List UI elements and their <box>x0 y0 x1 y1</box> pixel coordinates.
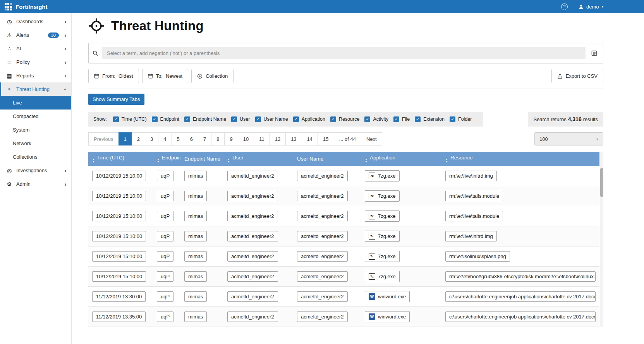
sidebar-item-alerts[interactable]: ⚠Alerts30› <box>0 28 71 42</box>
cell-endpoint-name[interactable]: mimas <box>184 231 207 241</box>
to-filter-button[interactable]: To: Newest <box>142 69 189 83</box>
sidebar-item-policy[interactable]: ≣Policy› <box>0 55 71 69</box>
pagination-page-14[interactable]: 14 <box>302 132 318 145</box>
cell-resource[interactable]: rm:\e:\live\tails.module <box>445 191 503 201</box>
sidebar-item-ai[interactable]: ∴AI› <box>0 42 71 55</box>
cell-user[interactable]: acmeltd_engineer2 <box>227 271 278 282</box>
filter-checkbox-folder[interactable]: ✓Folder <box>450 116 472 122</box>
collection-button[interactable]: Collection <box>191 69 234 83</box>
user-menu[interactable]: demo ▾ <box>579 4 603 10</box>
filter-checkbox-user-name[interactable]: ✓User Name <box>255 116 288 122</box>
cell-user-name[interactable]: acmeltd_engineer2 <box>297 171 348 181</box>
pagination-next[interactable]: Next <box>361 132 382 145</box>
cell-time[interactable]: 10/12/2019 15:10:00 <box>92 191 146 201</box>
cell-resource[interactable]: c:\users\charlotte.engineer\job applicat… <box>445 291 596 302</box>
cell-application[interactable]: 7z7zg.exe <box>365 271 400 282</box>
cell-time[interactable]: 11/12/2019 13:35:00 <box>92 311 146 322</box>
filter-checkbox-resource[interactable]: ✓Resource <box>330 116 360 122</box>
pagination-page-10[interactable]: 10 <box>238 132 254 145</box>
cell-user[interactable]: acmeltd_engineer2 <box>227 191 278 201</box>
cell-time[interactable]: 10/12/2019 15:10:00 <box>92 251 146 262</box>
cell-application[interactable]: 7z7zg.exe <box>365 190 400 202</box>
filter-checkbox-endpoint-name[interactable]: ✓Endpoint Name <box>184 116 226 122</box>
cell-application[interactable]: 7z7zg.exe <box>365 170 400 181</box>
column-header-application[interactable]: ▲▼Application <box>361 152 441 166</box>
cell-endpoint-name[interactable]: mimas <box>184 271 207 282</box>
cell-endpoint[interactable]: uqP <box>157 211 173 221</box>
cell-user-name[interactable]: acmeltd_engineer2 <box>297 191 348 201</box>
column-header-resource[interactable]: ▲▼Resource <box>441 152 599 166</box>
cell-user-name[interactable]: acmeltd_engineer2 <box>297 291 348 302</box>
cell-resource[interactable]: c:\users\charlotte.engineer\job applicat… <box>445 311 596 322</box>
saved-search-icon[interactable] <box>591 50 597 56</box>
filter-checkbox-application[interactable]: ✓Application <box>293 116 325 122</box>
cell-endpoint-name[interactable]: mimas <box>184 291 207 302</box>
from-filter-button[interactable]: From: Oldest <box>88 69 139 83</box>
cell-user[interactable]: acmeltd_engineer2 <box>227 211 278 221</box>
cell-endpoint[interactable]: uqP <box>157 291 173 302</box>
sidebar-item-investigations[interactable]: ◎Investigations› <box>0 164 71 177</box>
sidebar-item-admin[interactable]: ⚙Admin› <box>0 177 71 191</box>
cell-resource[interactable]: rm:\e:\live\tails.module <box>445 211 503 221</box>
cell-application[interactable]: Wwinword.exe <box>365 311 410 322</box>
filter-checkbox-file[interactable]: ✓File <box>393 116 410 122</box>
sidebar-subitem-compacted[interactable]: Compacted <box>0 110 71 123</box>
cell-endpoint[interactable]: uqP <box>157 311 173 322</box>
sidebar-subitem-network[interactable]: Network <box>0 137 71 150</box>
scrollbar-thumb[interactable] <box>600 168 603 197</box>
pagination-page-11[interactable]: 11 <box>254 132 270 145</box>
cell-endpoint[interactable]: uqP <box>157 251 173 262</box>
filter-checkbox-extension[interactable]: ✓Extension <box>415 116 445 122</box>
cell-resource[interactable]: rm:\e:\live\initrd.img <box>445 231 497 241</box>
pagination-page-12[interactable]: 12 <box>270 132 286 145</box>
cell-user[interactable]: acmeltd_engineer2 <box>227 171 278 181</box>
cell-time[interactable]: 11/12/2019 13:30:00 <box>92 291 146 302</box>
filter-checkbox-user[interactable]: ✓User <box>231 116 250 122</box>
cell-resource[interactable]: rm:\e:\isolinux\splash.png <box>445 251 510 262</box>
sidebar-item-reports[interactable]: ▦Reports› <box>0 69 71 82</box>
sidebar-subitem-collections[interactable]: Collections <box>0 150 71 164</box>
column-header-endpoint-name[interactable]: Endpoint Name <box>180 152 223 166</box>
pagination-page-2[interactable]: 2 <box>132 132 145 145</box>
cell-user-name[interactable]: acmeltd_engineer2 <box>297 251 348 262</box>
cell-time[interactable]: 10/12/2019 15:10:00 <box>92 171 146 181</box>
cell-endpoint-name[interactable]: mimas <box>184 171 207 181</box>
filter-checkbox-activity[interactable]: ✓Activity <box>364 116 388 122</box>
column-header-user-name[interactable]: User Name <box>293 152 361 166</box>
pagination-page-1[interactable]: 1 <box>118 132 132 145</box>
sidebar-item-threat-hunting[interactable]: ⌖Threat Hunting› <box>0 82 71 96</box>
cell-endpoint-name[interactable]: mimas <box>184 251 207 262</box>
search-input[interactable] <box>102 47 586 59</box>
pagination-page-4[interactable]: 4 <box>158 132 172 145</box>
cell-user-name[interactable]: acmeltd_engineer2 <box>297 211 348 221</box>
cell-user-name[interactable]: acmeltd_engineer2 <box>297 311 348 322</box>
cell-user-name[interactable]: acmeltd_engineer2 <box>297 271 348 282</box>
pagination-page-8[interactable]: 8 <box>211 132 225 145</box>
export-csv-button[interactable]: Export to CSV <box>551 69 603 83</box>
cell-time[interactable]: 10/12/2019 15:10:00 <box>92 271 146 282</box>
show-summary-tabs-button[interactable]: Show Summary Tabs <box>88 94 144 105</box>
pagination-page-3[interactable]: 3 <box>145 132 158 145</box>
help-icon[interactable]: ? <box>561 3 568 10</box>
cell-application[interactable]: Wwinword.exe <box>365 291 410 302</box>
table-scrollbar[interactable] <box>600 152 603 327</box>
pagination-page-9[interactable]: 9 <box>224 132 238 145</box>
pagination-page-15[interactable]: 15 <box>318 132 334 145</box>
brand[interactable]: FortiInsight <box>5 3 48 10</box>
cell-time[interactable]: 10/12/2019 15:10:00 <box>92 211 146 221</box>
sidebar-item-dashboards[interactable]: ◷Dashboards› <box>0 15 71 28</box>
cell-application[interactable]: 7z7zg.exe <box>365 231 400 242</box>
cell-user-name[interactable]: acmeltd_engineer2 <box>297 231 348 241</box>
pagination-page-7[interactable]: 7 <box>198 132 211 145</box>
column-header-user[interactable]: ▲▼User <box>223 152 293 166</box>
cell-endpoint[interactable]: uqP <box>157 231 173 241</box>
cell-time[interactable]: 10/12/2019 15:10:00 <box>92 231 146 241</box>
pagination-previous[interactable]: Previous <box>88 132 119 145</box>
cell-endpoint[interactable]: uqP <box>157 171 173 181</box>
cell-resource[interactable]: rm:\e:\efi\boot\grub\i386-efi\cryptodisk… <box>445 271 596 282</box>
filter-checkbox-endpoint[interactable]: ✓Endpoint <box>152 116 179 122</box>
cell-resource[interactable]: rm:\e:\live\initrd.img <box>445 171 497 181</box>
cell-user[interactable]: acmeltd_engineer2 <box>227 311 278 322</box>
cell-user[interactable]: acmeltd_engineer2 <box>227 231 278 241</box>
cell-endpoint[interactable]: uqP <box>157 191 173 201</box>
